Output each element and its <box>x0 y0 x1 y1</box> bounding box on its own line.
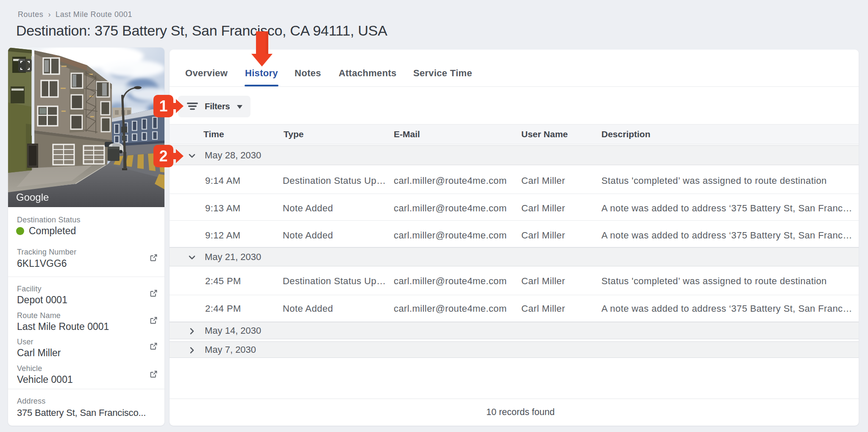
svg-text:2: 2 <box>159 147 167 165</box>
svg-text:1: 1 <box>159 97 167 115</box>
svg-text:Google: Google <box>16 191 49 203</box>
